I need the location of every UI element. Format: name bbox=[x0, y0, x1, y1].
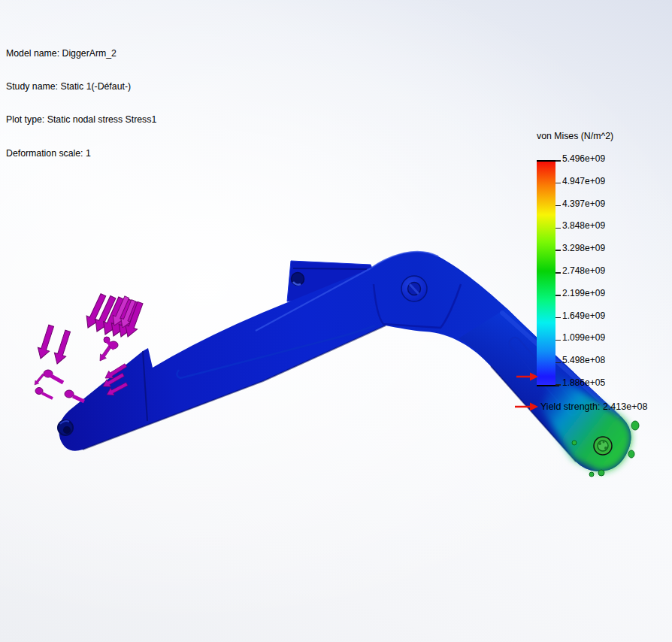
elbow-pin-boss bbox=[401, 276, 427, 301]
plot-type-label: Plot type: Static nodal stress Stress1 bbox=[6, 114, 156, 126]
solidworks-3d-viewport[interactable]: Model name: DiggerArm_2 Study name: Stat… bbox=[0, 0, 672, 642]
study-name-label: Study name: Static 1(-Défaut-) bbox=[6, 81, 156, 92]
plot-info-block: Model name: DiggerArm_2 Study name: Stat… bbox=[6, 26, 156, 181]
foot-hole bbox=[58, 420, 73, 435]
deformation-scale-label: Deformation scale: 1 bbox=[6, 148, 156, 159]
lug-hole bbox=[292, 273, 304, 286]
model-name-label: Model name: DiggerArm_2 bbox=[6, 48, 156, 59]
tip-pin-boss bbox=[594, 437, 612, 455]
